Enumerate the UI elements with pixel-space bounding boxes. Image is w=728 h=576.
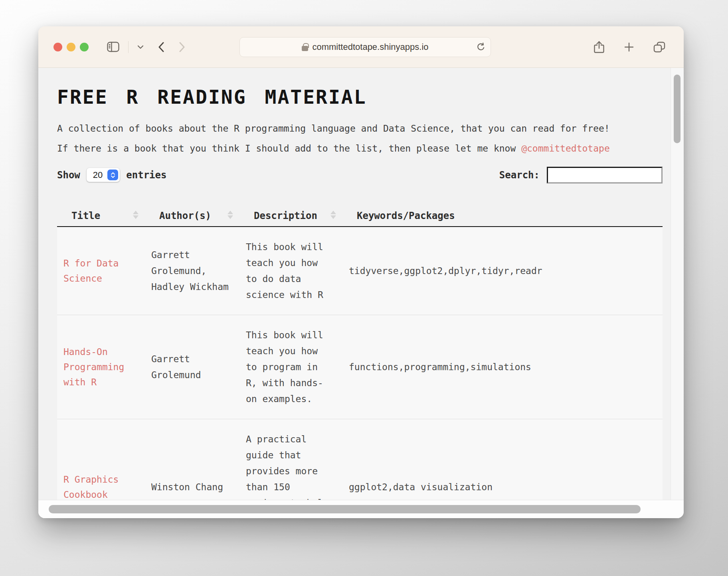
zoom-window-button[interactable] — [80, 43, 89, 51]
sort-icon[interactable] — [228, 211, 233, 219]
book-description: This book will teach you how to program … — [246, 327, 332, 407]
book-description: A practical guide that provides more tha… — [246, 431, 332, 500]
lock-icon — [302, 46, 308, 51]
select-stepper-icon — [107, 170, 118, 180]
search-input[interactable] — [547, 167, 663, 183]
column-header-label: Keywords/Packages — [357, 210, 455, 221]
back-button[interactable] — [158, 42, 164, 52]
committedtotape-link[interactable]: @committedtotape — [521, 143, 610, 154]
column-header-author-s-[interactable]: Author(s) — [145, 197, 239, 227]
vertical-scrollbar-track[interactable] — [671, 68, 684, 500]
page-length-select[interactable]: 20 — [87, 168, 120, 182]
search-label: Search: — [499, 170, 540, 181]
column-header-title[interactable]: Title — [57, 197, 145, 227]
entries-label: entries — [126, 170, 166, 181]
toolbar-left-group — [107, 41, 185, 53]
address-bar[interactable]: committedtotape.shinyapps.io — [239, 37, 491, 57]
web-page: FREE R READING MATERIAL A collection of … — [38, 68, 684, 518]
table-row: Hands-On Programming with RGarrett Grole… — [57, 315, 663, 419]
book-keywords: tidyverse,ggplot2,dplyr,tidyr,readr — [349, 263, 659, 279]
refresh-icon[interactable] — [476, 42, 486, 52]
close-window-button[interactable] — [53, 43, 62, 51]
forward-button[interactable] — [179, 42, 185, 52]
book-authors: Garrett Grolemund — [151, 351, 233, 383]
minimize-window-button[interactable] — [67, 43, 75, 51]
book-keywords: ggplot2,data visualization — [349, 479, 659, 495]
column-header-keywords-packages[interactable]: Keywords/Packages — [342, 197, 663, 227]
book-authors: Winston Chang — [151, 479, 233, 495]
toolbar-right-group — [593, 41, 665, 53]
toolbar-divider — [128, 41, 129, 53]
books-table: TitleAuthor(s)DescriptionKeywords/Packag… — [57, 197, 663, 500]
table-body: R for Data ScienceGarrett Grolemund, Had… — [57, 227, 663, 500]
new-tab-icon[interactable] — [624, 42, 634, 52]
browser-toolbar: committedtotape.shinyapps.io — [38, 26, 684, 68]
book-description: This book will teach you how to do data … — [246, 239, 332, 303]
column-header-label: Title — [71, 210, 100, 221]
table-header-row: TitleAuthor(s)DescriptionKeywords/Packag… — [57, 197, 663, 227]
book-authors: Garrett Grolemund, Hadley Wickham — [151, 247, 233, 295]
table-row: R for Data ScienceGarrett Grolemund, Had… — [57, 227, 663, 315]
sort-icon[interactable] — [330, 211, 336, 219]
intro-text: A collection of books about the R progra… — [57, 123, 663, 134]
book-title-link[interactable]: R for Data Science — [63, 256, 128, 286]
book-keywords: functions,programming,simulations — [349, 359, 659, 375]
chevron-down-icon[interactable] — [137, 45, 144, 49]
show-label: Show — [57, 170, 80, 181]
share-icon[interactable] — [593, 41, 605, 53]
note-text: If there is a book that you think I shou… — [57, 143, 663, 154]
search-group: Search: — [499, 167, 663, 183]
page-title: FREE R READING MATERIAL — [57, 86, 663, 109]
page-content: FREE R READING MATERIAL A collection of … — [57, 68, 663, 500]
vertical-scrollbar-thumb[interactable] — [674, 75, 681, 143]
url-text: committedtotape.shinyapps.io — [312, 42, 428, 52]
book-title-link[interactable]: Hands-On Programming with R — [63, 344, 128, 390]
sidebar-icon[interactable] — [107, 41, 119, 52]
tab-overview-icon[interactable] — [653, 41, 665, 53]
table-row: R Graphics CookbookWinston ChangA practi… — [57, 419, 663, 500]
horizontal-scrollbar-thumb[interactable] — [49, 505, 641, 513]
table-controls: Show 20 entries Search: — [57, 166, 663, 185]
horizontal-scrollbar-track[interactable] — [38, 500, 684, 518]
window-controls — [53, 43, 89, 51]
column-header-label: Description — [254, 210, 317, 221]
column-header-description[interactable]: Description — [239, 197, 342, 227]
page-length-value: 20 — [93, 170, 103, 180]
column-header-label: Author(s) — [159, 210, 211, 221]
sort-icon[interactable] — [133, 211, 138, 219]
book-title-link[interactable]: R Graphics Cookbook — [63, 472, 128, 500]
browser-window: committedtotape.shinyapps.io — [38, 26, 684, 518]
